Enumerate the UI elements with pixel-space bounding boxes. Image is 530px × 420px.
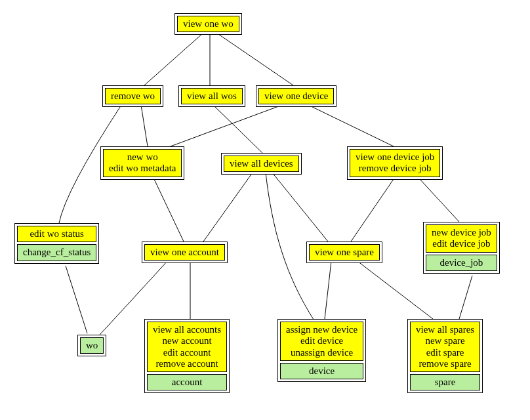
node-wo: wo: [77, 335, 106, 356]
node-label: account: [147, 374, 227, 390]
svg-line-7: [154, 179, 184, 242]
node-view-one-device: view one device: [256, 85, 336, 107]
node-label: view one account: [144, 244, 225, 261]
svg-line-5: [171, 105, 282, 146]
node-new-wo: new wo edit wo metadata: [100, 146, 184, 180]
node-label: new wo edit wo metadata: [103, 149, 182, 177]
node-edit-wo-status: edit wo status change_cf_status: [14, 223, 99, 264]
node-label: view one spare: [309, 244, 380, 261]
svg-line-0: [144, 33, 203, 85]
node-devices: assign new device edit device unassign d…: [277, 319, 366, 382]
svg-line-8: [203, 173, 253, 242]
node-new-device-job: new device job edit device job device_jo…: [423, 222, 500, 274]
node-view-all-devices: view all devices: [221, 153, 302, 175]
node-label: view one device: [258, 88, 334, 104]
node-view-all-wos: view all wos: [178, 85, 245, 107]
node-remove-wo: remove wo: [102, 85, 163, 107]
node-label: view one wo: [177, 16, 239, 32]
node-view-one-account: view one account: [142, 242, 228, 263]
svg-line-11: [420, 179, 459, 222]
svg-line-14: [325, 261, 331, 319]
svg-line-9: [272, 173, 328, 242]
node-label: view all devices: [224, 156, 299, 172]
node-label: change_cf_status: [17, 244, 96, 261]
node-label: view all spares new spare edit spare rem…: [410, 322, 480, 372]
node-label: remove wo: [105, 88, 161, 104]
svg-line-10: [351, 179, 394, 242]
svg-line-12: [66, 266, 87, 333]
node-view-one-spare: view one spare: [306, 242, 382, 263]
node-label: view all accounts new account edit accou…: [147, 322, 227, 372]
node-view-one-wo: view one wo: [174, 13, 242, 35]
node-label: device_job: [426, 255, 497, 271]
svg-line-2: [216, 33, 293, 85]
node-label: device: [280, 363, 363, 379]
node-label: wo: [80, 337, 104, 354]
node-label: spare: [410, 374, 480, 390]
node-label: view all wos: [181, 88, 243, 104]
svg-line-15: [357, 261, 433, 319]
node-view-one-device-job: view one device job remove device job: [347, 146, 443, 180]
svg-line-6: [308, 105, 394, 146]
node-label: view one device job remove device job: [350, 149, 440, 177]
node-label: new device job edit device job: [426, 224, 497, 253]
svg-line-4: [213, 105, 262, 153]
node-label: edit wo status: [17, 226, 96, 242]
node-label: assign new device edit device unassign d…: [280, 322, 363, 361]
svg-line-16: [459, 276, 472, 319]
node-accounts: view all accounts new account edit accou…: [144, 319, 230, 393]
svg-line-3: [141, 105, 148, 146]
node-spares: view all spares new spare edit spare rem…: [407, 319, 483, 393]
